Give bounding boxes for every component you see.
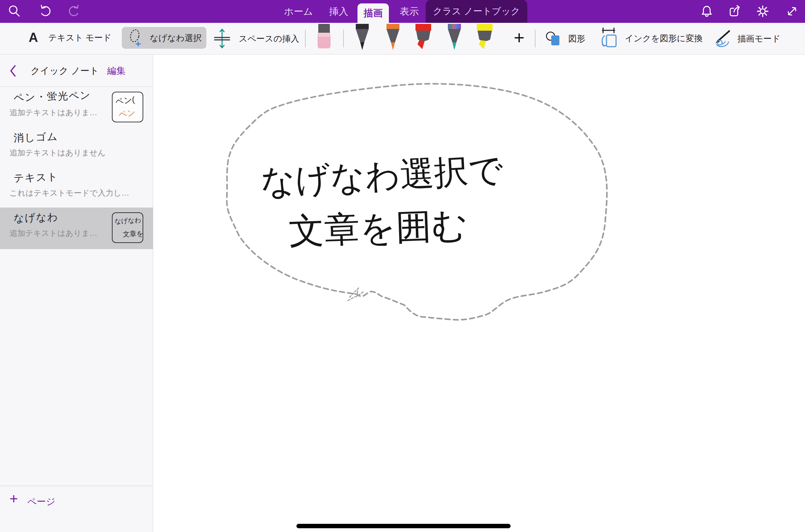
ink-layer: なげなわ選択で 文章を囲む [153,55,805,532]
tab-home[interactable]: ホーム [280,0,317,23]
highlighter-red-tool[interactable] [413,24,433,50]
undo-icon[interactable] [38,4,53,19]
page-thumbnail: なげなわ 文章を [112,212,143,243]
onenote-app: ホーム 挿入 描画 表示 クラス ノートブック [0,0,805,532]
add-page-label: ページ [27,496,55,508]
page-item-text[interactable]: テキスト これはテキストモードで入力し… [0,167,153,208]
page-subtitle: 追加テキストはありま… [10,228,97,239]
ink-line-2: 文章を囲む [288,204,468,252]
lasso-select-button[interactable]: なげなわ選択 [122,27,206,49]
toolbar-divider [535,30,536,47]
draw-mode-label: 描画モード [737,33,780,44]
notebook-title: クイック ノート [20,65,109,77]
text-mode-label: テキスト モード [48,32,111,43]
ink-to-shape-button[interactable]: インクを図形に変換 [599,28,703,49]
pen-rainbow-tool[interactable] [445,24,463,50]
page-subtitle: これはテキストモードで入力し… [10,188,129,198]
page-title-ink: ペン・蛍光ペン [13,88,91,105]
notifications-icon[interactable] [699,4,714,19]
highlighter-yellow-tool[interactable] [475,24,495,50]
home-indicator-bar[interactable] [296,524,511,528]
insert-space-label: スペースの挿入 [239,33,299,44]
toolbar-divider [305,30,306,47]
tab-view[interactable]: 表示 [395,0,424,23]
shapes-label: 図形 [568,33,585,44]
edit-button[interactable]: 編集 [107,65,126,77]
search-icon[interactable] [7,4,22,19]
insert-space-icon [212,28,232,49]
thumb-ink-line: ペン( [115,94,135,107]
tab-insert-label: 挿入 [329,6,348,17]
lasso-selection-outline [227,84,607,320]
insert-space-button[interactable]: スペースの挿入 [212,28,299,49]
shapes-button[interactable]: 図形 [545,30,585,47]
settings-gear-icon[interactable] [755,4,770,19]
tab-class-notebook-label: クラス ノートブック [426,0,527,23]
eraser-tool[interactable] [317,24,332,50]
back-chevron-icon[interactable] [8,64,18,78]
toolbar-divider [343,30,344,47]
page-title-ink: テキスト [13,170,58,185]
lasso-select-label: なげなわ選択 [150,32,202,44]
ink-to-shape-icon [599,28,619,49]
sidebar-header: クイック ノート 編集 [0,55,153,87]
top-bar: ホーム 挿入 描画 表示 クラス ノートブック [0,0,805,23]
page-subtitle: 追加テキストはありません [10,148,105,158]
shapes-icon [545,30,564,47]
ink-to-shape-label: インクを図形に変換 [625,33,703,44]
pen-orange-tool[interactable] [384,24,402,50]
plus-icon: + [10,491,18,507]
thumb-ink-line: なげなわ [114,216,141,226]
draw-mode-button[interactable]: 描画モード [712,29,780,48]
draw-toolbar: A テキスト モード なげなわ選択 [0,23,805,55]
page-title-ink: なげなわ [13,210,58,226]
add-page-button[interactable]: + ページ [0,486,153,517]
text-mode-icon: A [29,30,38,45]
page-title-ink: 消しゴム [13,130,58,145]
page-item-pen-highlighter[interactable]: ペン・蛍光ペン 追加テキストはありま… ペン( ペン [0,87,153,127]
text-mode-button[interactable]: A テキスト モード [29,30,112,45]
page-list-sidebar: クイック ノート 編集 ペン・蛍光ペン 追加テキストはありま… ペン( ペン 消… [0,55,153,532]
ink-line-1: なげなわ選択で [260,150,504,202]
tab-class-notebook[interactable]: クラス ノートブック [426,0,527,23]
tab-view-label: 表示 [400,6,419,17]
redo-icon[interactable] [67,4,82,19]
ink-canvas[interactable]: なげなわ選択で 文章を囲む [153,55,805,532]
tab-draw[interactable]: 描画 [357,3,389,23]
tab-draw-label: 描画 [357,3,389,23]
page-item-eraser[interactable]: 消しゴム 追加テキストはありません [0,127,153,167]
tab-home-label: ホーム [284,6,313,17]
lasso-icon [128,28,144,48]
page-subtitle: 追加テキストはありま… [10,107,97,118]
thumb-ink-line: ペン [118,107,136,120]
share-icon[interactable] [727,4,742,19]
thumb-ink-line: 文章を [123,229,143,239]
page-thumbnail: ペン( ペン [112,92,143,122]
page-item-lasso[interactable]: なげなわ 追加テキストはありま… なげなわ 文章を [0,208,153,249]
add-pen-button[interactable]: + [509,26,529,49]
fullscreen-icon[interactable] [785,4,800,19]
tab-insert[interactable]: 挿入 [323,0,354,23]
draw-mode-icon [712,29,732,48]
pen-black-tool[interactable] [353,24,371,50]
